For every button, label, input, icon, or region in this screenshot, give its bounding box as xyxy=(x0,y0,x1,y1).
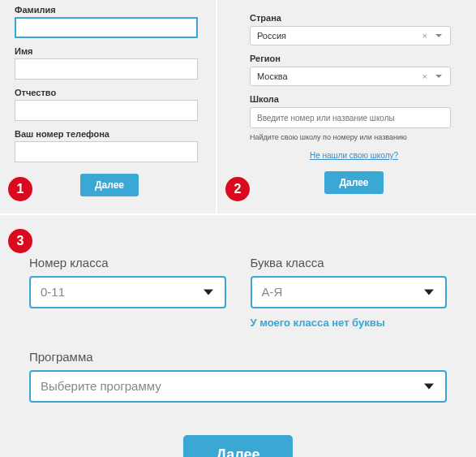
clear-icon[interactable]: × xyxy=(422,67,427,85)
next-button[interactable]: Далее xyxy=(324,171,383,194)
step-badge-2: 2 xyxy=(225,177,250,201)
step3-panel: Номер класса 0-11 Буква класса А-Я У мое… xyxy=(0,215,476,457)
school-input[interactable] xyxy=(250,107,451,128)
name-label: Имя xyxy=(15,46,204,56)
phone-label: Ваш номер телефона xyxy=(15,129,204,139)
step1-panel: Фамилия Имя Отчество Ваш номер телефона … xyxy=(0,0,216,213)
surname-label: Фамилия xyxy=(15,5,204,15)
chevron-down-icon xyxy=(424,384,434,390)
school-label: Школа xyxy=(250,94,458,104)
region-select[interactable]: Москва × xyxy=(250,67,451,86)
patronymic-label: Отчество xyxy=(15,88,204,97)
clear-icon[interactable]: × xyxy=(422,27,427,45)
surname-input[interactable] xyxy=(15,17,198,38)
class-number-select[interactable]: 0-11 xyxy=(29,276,226,308)
school-hint: Найдите свою школу по номеру или названи… xyxy=(250,133,458,141)
chevron-down-icon xyxy=(435,34,442,37)
no-letter-link[interactable]: У моего класса нет буквы xyxy=(251,317,448,329)
class-letter-select[interactable]: А-Я xyxy=(251,276,448,308)
next-button[interactable]: Далее xyxy=(183,435,292,457)
no-school-link[interactable]: Не нашли свою школу? xyxy=(250,151,458,160)
region-value: Москва xyxy=(257,71,288,81)
next-button[interactable]: Далее xyxy=(80,174,139,196)
step2-panel: Страна Россия × Регион Москва × Школа На… xyxy=(217,0,476,213)
class-letter-label: Буква класса xyxy=(251,256,448,269)
program-value: Выберите программу xyxy=(41,379,161,393)
chevron-down-icon xyxy=(435,75,442,78)
patronymic-input[interactable] xyxy=(15,100,198,121)
class-number-value: 0-11 xyxy=(41,285,65,299)
step-badge-3: 3 xyxy=(8,229,32,253)
program-select[interactable]: Выберите программу xyxy=(29,370,447,403)
chevron-down-icon xyxy=(424,290,434,295)
program-label: Программа xyxy=(29,350,447,364)
region-label: Регион xyxy=(250,54,458,63)
step-badge-1: 1 xyxy=(8,177,32,201)
phone-input[interactable] xyxy=(15,141,198,162)
country-value: Россия xyxy=(257,31,286,41)
name-input[interactable] xyxy=(15,58,198,80)
class-number-label: Номер класса xyxy=(29,256,226,269)
chevron-down-icon xyxy=(204,290,213,295)
country-label: Страна xyxy=(250,13,458,23)
country-select[interactable]: Россия × xyxy=(250,26,451,45)
class-letter-value: А-Я xyxy=(262,285,283,299)
